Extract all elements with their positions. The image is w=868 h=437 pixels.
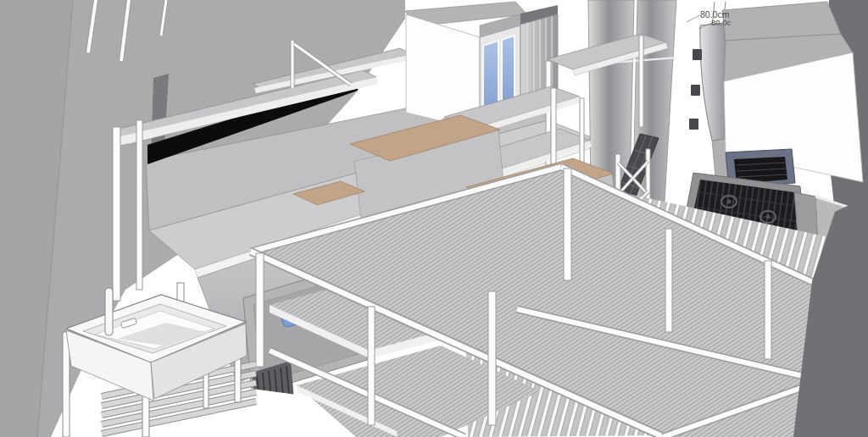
table-post xyxy=(368,307,375,425)
faucet xyxy=(105,288,113,335)
tank-bracket xyxy=(693,49,702,60)
table-post xyxy=(765,261,771,359)
dimension-label: 80.0c xyxy=(711,18,731,27)
model-viewport[interactable]: 80.0cm 80.0c xyxy=(0,0,868,437)
table-post xyxy=(256,253,264,367)
tank-bracket xyxy=(691,85,700,96)
tank-bracket xyxy=(689,119,698,130)
table-post xyxy=(665,229,672,332)
kitchen-3d-render[interactable]: 80.0cm 80.0c xyxy=(0,0,868,437)
burner-center xyxy=(727,200,732,204)
shelf-post xyxy=(639,36,643,127)
table-post xyxy=(564,169,571,280)
table-post xyxy=(488,291,496,425)
shelf-post xyxy=(136,120,142,290)
shelf-post xyxy=(113,127,120,301)
burner-center xyxy=(766,215,771,219)
